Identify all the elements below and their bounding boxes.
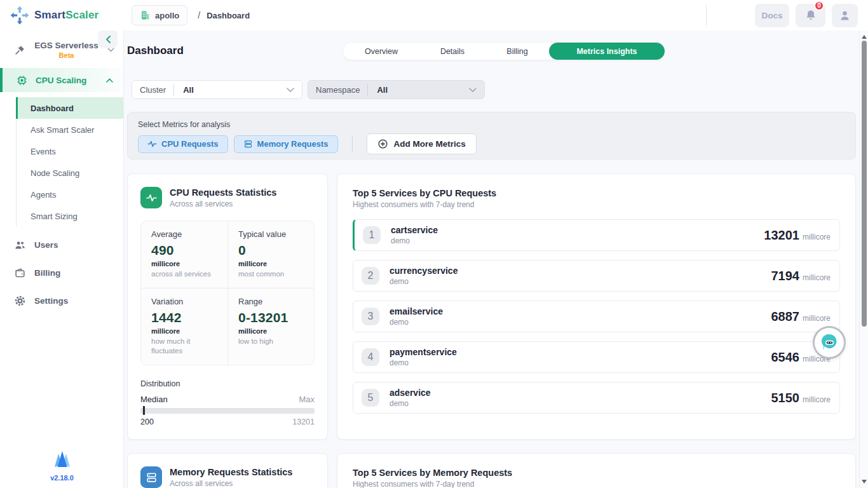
org-selector[interactable]: apollo	[132, 5, 187, 25]
crown-logo-icon	[51, 449, 74, 470]
scroll-up-icon[interactable]	[862, 35, 867, 39]
service-name: paymentservice	[390, 347, 457, 357]
add-more-metrics-button[interactable]: Add More Metrics	[367, 133, 477, 154]
stat-cell-average: Average 490 millicore across all service…	[141, 221, 227, 288]
org-name: apollo	[155, 11, 179, 20]
building-icon	[140, 10, 150, 20]
distribution-median-value: 200	[140, 417, 154, 426]
workspace-beta-badge: Beta	[25, 51, 107, 59]
sidebar-item-label: Settings	[34, 296, 68, 306]
breadcrumb-separator: /	[198, 10, 200, 20]
card-subtitle: Across all services	[170, 200, 276, 208]
header-divider	[706, 5, 707, 25]
service-unit: millicore	[803, 273, 831, 282]
service-namespace: demo	[390, 358, 457, 367]
chevron-up-icon	[106, 78, 113, 83]
logo-arrows-icon	[10, 6, 29, 25]
service-row[interactable]: 2 currencyservice demo 7194 millicore	[353, 260, 840, 292]
service-value: 13201	[764, 228, 799, 243]
cpu-requests-chip[interactable]: CPU Requests	[138, 135, 228, 153]
rank-badge: 3	[362, 308, 379, 325]
tab-details[interactable]: Details	[419, 43, 485, 60]
notifications-button[interactable]: 0	[796, 4, 825, 27]
sidebar-collapse-button[interactable]	[98, 30, 118, 48]
cpu-chip-icon	[16, 74, 28, 86]
service-row[interactable]: 4 paymentservice demo 6546 millicore	[353, 341, 840, 373]
sidebar-item-users[interactable]: Users	[0, 231, 123, 259]
service-name: emailservice	[390, 306, 443, 316]
cluster-select-value: All	[174, 85, 287, 95]
service-row[interactable]: 3 emailservice demo 6887 millicore	[353, 301, 840, 332]
rank-badge: 5	[362, 389, 379, 407]
chevron-down-icon	[469, 88, 477, 92]
top-cpu-services-card: Top 5 Services by CPU Requests Highest c…	[337, 173, 856, 440]
sidebar-item-label: CPU Scaling	[36, 76, 98, 85]
chat-assistant-button[interactable]	[813, 326, 846, 359]
sidebar-item-label: Billing	[34, 268, 60, 278]
service-namespace: demo	[390, 277, 458, 286]
service-namespace: demo	[391, 236, 438, 245]
distribution-max-label: Max	[299, 395, 315, 404]
breadcrumb: Dashboard	[207, 11, 250, 20]
tab-billing[interactable]: Billing	[485, 43, 549, 60]
card-subtitle: Highest consumers with 7-day trend	[353, 200, 840, 209]
sidebar-item-dashboard[interactable]: Dashboard	[16, 97, 123, 119]
sidebar-item-ask-smart-scaler[interactable]: Ask Smart Scaler	[17, 119, 123, 140]
tab-overview[interactable]: Overview	[343, 43, 419, 60]
rank-badge: 1	[363, 226, 381, 244]
docs-button[interactable]: Docs	[755, 4, 789, 27]
pin-icon	[14, 44, 25, 56]
service-row[interactable]: 5 adservice demo 5150 millicore	[353, 382, 840, 414]
namespace-select[interactable]: Namespace All	[308, 80, 485, 99]
distribution-marker	[143, 406, 145, 415]
service-value: 6887	[771, 309, 799, 324]
service-namespace: demo	[390, 318, 443, 327]
top-memory-services-card: Top 5 Services by Memory Requests Highes…	[337, 453, 856, 488]
pulse-icon	[147, 139, 157, 149]
service-namespace: demo	[390, 399, 431, 408]
metrics-selection-panel: Select Metrics for analysis CPU Requests…	[127, 112, 856, 159]
sidebar-item-events[interactable]: Events	[17, 140, 123, 162]
sidebar-item-smart-sizing[interactable]: Smart Sizing	[17, 205, 123, 227]
top-bar: SmartScaler apollo / Dashboard Docs 0	[0, 0, 868, 30]
card-title: Memory Requests Statistics	[170, 467, 292, 477]
cluster-select[interactable]: Cluster All	[132, 80, 302, 99]
memory-requests-chip[interactable]: Memory Requests	[234, 135, 338, 153]
tab-metrics-insights[interactable]: Metrics Insights	[549, 43, 665, 60]
memory-stats-card: Memory Requests Statistics Across all se…	[127, 453, 328, 488]
service-unit: millicore	[803, 233, 831, 241]
scroll-down-icon[interactable]	[862, 480, 867, 484]
avatar-button[interactable]	[832, 4, 858, 27]
vertical-scrollbar[interactable]	[859, 30, 868, 488]
rank-badge: 4	[362, 348, 379, 366]
sidebar-item-cpu-scaling[interactable]: CPU Scaling	[0, 68, 123, 92]
scroll-thumb[interactable]	[862, 41, 867, 327]
distribution-section: Distribution Median Max 200 13201	[140, 379, 315, 426]
card-title: CPU Requests Statistics	[170, 187, 276, 198]
rank-badge: 2	[362, 267, 379, 285]
cpu-stats-icon	[140, 187, 162, 208]
gear-icon	[14, 295, 26, 307]
sidebar-item-billing[interactable]: Billing	[0, 259, 123, 287]
version-label: v2.18.0	[0, 474, 124, 482]
sidebar-item-settings[interactable]: Settings	[0, 287, 123, 315]
cpu-stats-grid: Average 490 millicore across all service…	[140, 220, 315, 365]
service-value: 5150	[771, 391, 799, 405]
sidebar-item-agents[interactable]: Agents	[17, 184, 123, 205]
service-value: 7194	[771, 269, 799, 283]
card-subtitle: Highest consumers with 7-day trend	[353, 480, 840, 488]
users-icon	[14, 239, 26, 251]
service-value: 6546	[771, 350, 799, 365]
sidebar-item-node-scaling[interactable]: Node Scaling	[17, 162, 123, 184]
chevron-left-icon	[105, 36, 111, 43]
service-row[interactable]: 1 cartservice demo 13201 millicore	[353, 219, 840, 251]
service-unit: millicore	[803, 395, 831, 404]
service-name: adservice	[390, 388, 431, 398]
service-name: currencyservice	[390, 266, 458, 276]
memory-icon	[243, 139, 253, 149]
page-title: Dashboard	[127, 44, 184, 57]
stat-cell-variation: Variation 1442 millicore how much it flu…	[141, 288, 227, 365]
pulse-icon	[146, 192, 158, 204]
version-info: v2.18.0	[0, 449, 124, 482]
add-more-metrics-label: Add More Metrics	[394, 139, 466, 149]
